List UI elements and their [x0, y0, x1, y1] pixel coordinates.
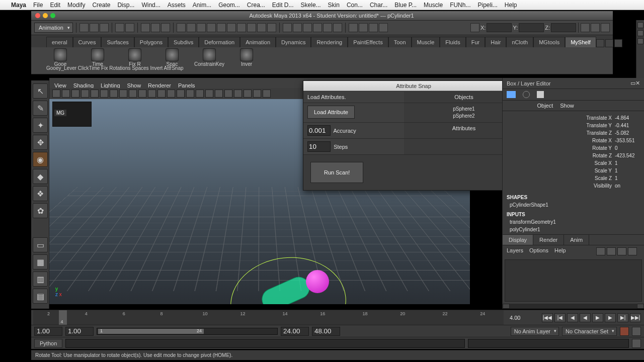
- scale-tool-icon[interactable]: ◆: [33, 169, 48, 184]
- menu-editd[interactable]: Edit D...: [272, 2, 294, 9]
- menu-help[interactable]: Help: [505, 2, 517, 9]
- menu-pipeli[interactable]: Pipeli...: [477, 2, 497, 9]
- ipr-icon[interactable]: [369, 23, 378, 32]
- menu-skin[interactable]: Skin: [328, 2, 340, 9]
- vp-icon[interactable]: [205, 89, 213, 98]
- select-tool-icon[interactable]: ↖: [33, 83, 48, 99]
- menu-anim[interactable]: Anim...: [193, 2, 211, 9]
- render-icon[interactable]: [359, 23, 368, 32]
- shelf-tab[interactable]: Polygons: [134, 37, 168, 47]
- vp-icon[interactable]: [138, 89, 146, 98]
- menu-skele[interactable]: Skele...: [301, 2, 321, 9]
- zoom-icon[interactable]: [50, 13, 55, 18]
- layer-icon[interactable]: [607, 247, 616, 255]
- shelf-tab[interactable]: Fluids: [440, 37, 465, 47]
- anim-layer-dropdown[interactable]: No Anim Layer: [511, 327, 559, 336]
- lasso-icon[interactable]: [151, 23, 160, 32]
- vp-menu[interactable]: Panels: [178, 82, 195, 88]
- playback-start[interactable]: [65, 327, 94, 336]
- menu-funh[interactable]: FUNh...: [450, 2, 470, 9]
- snap-icon[interactable]: [283, 23, 292, 32]
- open-scene-icon[interactable]: [90, 23, 99, 32]
- shelf-tab[interactable]: nCloth: [506, 37, 533, 47]
- menu-modify[interactable]: Modify: [67, 2, 85, 9]
- mask-icon[interactable]: [177, 23, 186, 32]
- autokey-icon[interactable]: [620, 327, 629, 336]
- layer-menu[interactable]: Help: [554, 247, 566, 255]
- steps-input[interactable]: [307, 141, 331, 152]
- shelf-tab[interactable]: eneral: [46, 37, 73, 47]
- y-field[interactable]: [519, 23, 544, 32]
- range-track[interactable]: 1 24: [97, 328, 278, 335]
- step-fwd-key-icon[interactable]: ▶|: [617, 313, 628, 322]
- mask-icon[interactable]: [187, 23, 196, 32]
- go-start-icon[interactable]: |◀◀: [542, 313, 553, 322]
- menu-create[interactable]: Create: [92, 2, 110, 9]
- vp-icon[interactable]: [177, 89, 185, 98]
- anim-start[interactable]: [34, 327, 62, 336]
- viewport-thumbnail[interactable]: MG: [52, 102, 92, 127]
- shelf-tab-active[interactable]: MyShelf: [565, 37, 596, 47]
- z-field[interactable]: [551, 23, 576, 32]
- cb-ring-icon[interactable]: [523, 91, 530, 98]
- vp-icon[interactable]: [224, 89, 232, 98]
- psphere-magenta[interactable]: [306, 270, 329, 293]
- edge-icon[interactable]: [637, 38, 643, 44]
- command-input[interactable]: [65, 339, 465, 348]
- prefs-icon[interactable]: [632, 327, 641, 336]
- scroll-right-icon[interactable]: [637, 304, 644, 309]
- render-settings-icon[interactable]: [379, 23, 388, 32]
- shelf-tab[interactable]: Surfaces: [101, 37, 134, 47]
- play-fwd-icon[interactable]: ▶: [592, 313, 603, 322]
- input-node[interactable]: transformGeometry1: [503, 219, 644, 227]
- script-lang[interactable]: Python: [34, 339, 62, 348]
- vp-menu[interactable]: Shading: [73, 82, 94, 88]
- shelf-tool[interactable]: ConstrainKey: [195, 48, 223, 67]
- mask-icon[interactable]: [257, 23, 266, 32]
- cb-menu[interactable]: Object: [537, 103, 553, 109]
- shelf-tab[interactable]: PaintEffects: [348, 37, 388, 47]
- vp-icon[interactable]: [52, 89, 60, 98]
- undo-icon[interactable]: [115, 23, 124, 32]
- shape-node[interactable]: pCylinderShape1: [503, 202, 644, 210]
- layout-four-icon[interactable]: ▦: [33, 254, 48, 269]
- vp-icon[interactable]: [157, 89, 166, 98]
- vp-icon[interactable]: [234, 89, 242, 98]
- snap-icon[interactable]: [313, 23, 322, 32]
- accuracy-input[interactable]: [307, 125, 331, 136]
- current-frame[interactable]: 4.00: [506, 315, 542, 321]
- attribute-snap-window[interactable]: Attribute Snap Load Attributes. Objects …: [303, 80, 524, 191]
- vp-icon[interactable]: [110, 89, 118, 98]
- shelf-tab[interactable]: Subdivs: [168, 37, 199, 47]
- vp-icon[interactable]: [91, 89, 99, 98]
- step-back-icon[interactable]: ◀: [567, 313, 578, 322]
- mask-icon[interactable]: [247, 23, 256, 32]
- rotate-tool-icon[interactable]: ◉: [33, 152, 48, 167]
- vp-icon[interactable]: [196, 89, 204, 98]
- character-set-dropdown[interactable]: No Character Set: [562, 327, 617, 336]
- play-back-icon[interactable]: ◀: [580, 313, 591, 322]
- shelf-tab[interactable]: Dynamics: [276, 37, 311, 47]
- app-name[interactable]: Maya: [11, 2, 26, 9]
- sidebar-toggle-icon[interactable]: [581, 23, 590, 32]
- scroll-left-icon[interactable]: [503, 304, 510, 309]
- menu-window[interactable]: Wind...: [141, 2, 160, 9]
- mask-icon[interactable]: [227, 23, 236, 32]
- script-editor-icon[interactable]: [632, 339, 641, 348]
- cb-menu[interactable]: Show: [560, 103, 574, 109]
- shelf-tab[interactable]: MGtools: [533, 37, 565, 47]
- soft-tool-icon[interactable]: ✿: [33, 203, 48, 218]
- vp-icon[interactable]: [100, 89, 108, 98]
- minimize-icon[interactable]: [43, 13, 48, 18]
- edge-icon[interactable]: [637, 30, 643, 36]
- step-fwd-icon[interactable]: ▶: [605, 313, 616, 322]
- vp-icon[interactable]: [129, 89, 137, 98]
- menu-file[interactable]: File: [33, 2, 43, 9]
- menu-bluep[interactable]: Blue P...: [394, 2, 417, 9]
- step-back-key-icon[interactable]: |◀: [554, 313, 566, 322]
- vp-icon[interactable]: [71, 89, 79, 98]
- anim-end[interactable]: [312, 327, 340, 336]
- tab-render[interactable]: Render: [533, 235, 564, 245]
- shelf-tab[interactable]: Hair: [485, 37, 506, 47]
- vp-menu[interactable]: Lighting: [101, 82, 120, 88]
